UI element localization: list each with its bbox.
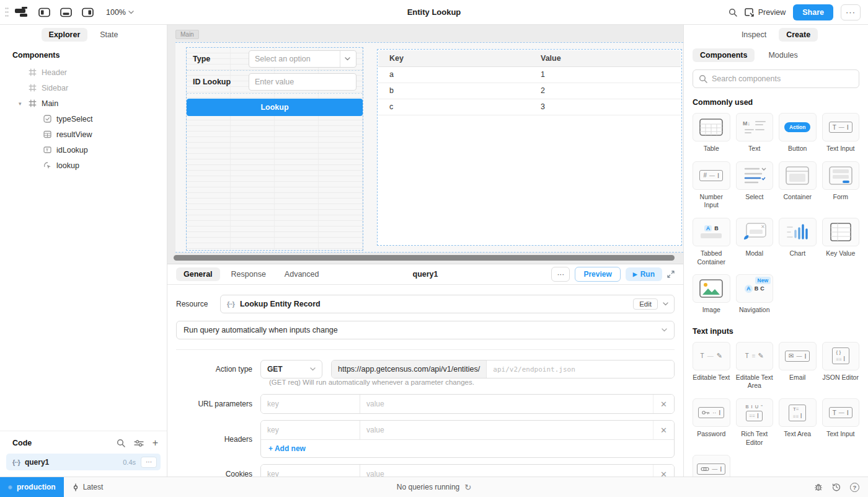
component-card-container[interactable]: Container [779, 161, 817, 210]
table-row[interactable]: c3 [378, 99, 681, 115]
cookies-key-input[interactable] [261, 465, 360, 477]
subtab-modules[interactable]: Modules [761, 48, 805, 62]
tree-item-resultview[interactable]: resultView [0, 127, 167, 142]
debug-icon[interactable] [814, 483, 823, 491]
home-logo-icon[interactable] [14, 5, 30, 20]
zoom-level-dropdown[interactable]: 100% [106, 8, 134, 17]
history-icon[interactable] [832, 483, 841, 491]
refresh-icon[interactable]: ↻ [464, 483, 471, 492]
table-row[interactable]: a1 [378, 66, 681, 83]
component-card-editable-text-area[interactable]: T≡✎Editable Text Area [736, 342, 774, 390]
preview-button[interactable]: Preview [745, 8, 786, 17]
horizontal-scrollbar[interactable] [174, 255, 675, 261]
component-card-number-input[interactable]: #—INumber Input [693, 161, 730, 210]
canvas[interactable]: Main Type Select an option ID Lookup [167, 25, 683, 264]
query-tab-general[interactable]: General [176, 267, 220, 281]
type-select[interactable]: Select an option [249, 50, 356, 68]
component-card-text-input[interactable]: T—IText Input [822, 398, 860, 447]
component-card-text-area[interactable]: T≡≡≡ IText Area [779, 398, 817, 447]
subtab-components[interactable]: Components [693, 48, 755, 62]
more-options-button[interactable]: ··· [841, 4, 861, 20]
tree-item-header[interactable]: Header [0, 65, 167, 80]
code-item-more-button[interactable]: ··· [141, 457, 157, 468]
query-more-button[interactable]: ··· [551, 267, 570, 282]
remove-row-button[interactable]: ✕ [653, 395, 674, 413]
tree-item-sidebar[interactable]: Sidebar [0, 80, 167, 96]
component-card-password[interactable]: ··IPassword [693, 398, 730, 447]
component-card-text[interactable]: M↓Text [736, 113, 774, 153]
tree-item-label: lookup [56, 161, 79, 170]
result-table-column-header[interactable]: Key [378, 50, 529, 66]
code-search-icon[interactable] [117, 437, 125, 449]
toggle-left-panel-button[interactable] [36, 5, 52, 20]
tab-create[interactable]: Create [779, 28, 818, 42]
tree-caret-icon[interactable]: ▾ [19, 101, 22, 107]
tree-item-idlookup[interactable]: idLookup [0, 142, 167, 158]
action-type-select[interactable]: GET [260, 360, 322, 378]
search-icon[interactable] [728, 8, 737, 17]
headers-value-input[interactable] [360, 421, 653, 439]
component-card-editable-text[interactable]: T—✎Editable Text [693, 342, 730, 390]
component-card-modal[interactable]: ✕Modal [736, 218, 774, 266]
tab-state[interactable]: State [92, 28, 125, 42]
component-card-json-editor[interactable]: { }≡≡ IJSON Editor [822, 342, 860, 390]
version-selector[interactable]: Latest [72, 483, 104, 491]
headers-key-input[interactable] [261, 421, 360, 439]
frame-label-chip[interactable]: Main [175, 30, 199, 39]
component-card-navigation[interactable]: ABCNewNavigation [736, 274, 774, 315]
tree-item-typeselect[interactable]: typeSelect [0, 111, 167, 127]
component-search-input[interactable] [712, 74, 853, 83]
cookies-value-input[interactable] [360, 465, 653, 477]
tab-inspect[interactable]: Inspect [734, 28, 774, 42]
component-card-rich-text-editor[interactable]: B I U "≡≡IRich Text Editor [736, 398, 774, 447]
add-new-button[interactable]: + Add new [268, 444, 306, 453]
url-parameters-value-input[interactable] [360, 395, 653, 413]
component-card-button[interactable]: ActionButton [779, 113, 817, 153]
component-card-text-input[interactable]: T—IText Input [822, 113, 860, 153]
resource-edit-button[interactable]: Edit [633, 298, 658, 310]
remove-row-button[interactable]: ✕ [653, 421, 674, 439]
share-button[interactable]: Share [793, 4, 833, 20]
component-card-image[interactable]: Image [693, 274, 730, 315]
tree-item-lookup[interactable]: lookup [0, 158, 167, 173]
tree-item-main[interactable]: ▾Main [0, 96, 167, 111]
code-filter-icon[interactable] [134, 437, 144, 449]
query-tab-advanced[interactable]: Advanced [277, 267, 327, 281]
url-endpoint-input[interactable] [487, 360, 674, 378]
help-icon[interactable]: ? [850, 483, 859, 492]
lookup-button[interactable]: Lookup [187, 99, 363, 116]
component-card-form[interactable]: Form [822, 161, 860, 210]
component-card-chart[interactable]: Chart [779, 218, 817, 266]
run-mode-select[interactable]: Run query automatically when inputs chan… [176, 321, 675, 339]
component-search[interactable] [693, 69, 859, 88]
table-row[interactable]: b2 [378, 83, 681, 99]
component-card-key-value[interactable]: Key Value [822, 218, 860, 266]
url-parameters-key-input[interactable] [261, 395, 360, 413]
select-card-icon [736, 161, 774, 190]
id-lookup-input[interactable]: Enter value [249, 73, 356, 91]
tab-explorer[interactable]: Explorer [42, 28, 88, 42]
resource-select[interactable]: {··} Lookup Entity Record Edit [220, 295, 675, 313]
result-table-container[interactable]: KeyValue a1b2c3 [377, 49, 682, 246]
component-card-table[interactable]: Table [693, 113, 730, 153]
component-card-select[interactable]: Select [736, 161, 774, 210]
remove-row-button[interactable]: ✕ [653, 465, 674, 477]
query-run-button[interactable]: ▶ Run [626, 267, 662, 281]
result-table-column-header[interactable]: Value [529, 50, 681, 66]
form-container[interactable]: Type Select an option ID Lookup Enter va… [186, 47, 363, 251]
main-frame[interactable]: Type Select an option ID Lookup Enter va… [175, 42, 683, 253]
toggle-right-panel-button[interactable] [79, 5, 95, 20]
code-add-icon[interactable]: + [153, 437, 158, 449]
component-card-tabbed-container[interactable]: ABTabbed Container [693, 218, 730, 266]
toggle-bottom-panel-button[interactable] [58, 5, 74, 20]
environment-badge[interactable]: production [0, 477, 64, 497]
component-card-url[interactable]: —IURL [693, 455, 730, 477]
url-field[interactable]: https://app.getcensus.com/api/v1/entitie… [331, 360, 675, 378]
component-card-email[interactable]: ✉—IEmail [779, 342, 817, 390]
expand-editor-icon[interactable] [667, 271, 675, 278]
code-item-query1[interactable]: {··}query10.4s··· [6, 454, 161, 470]
query-tab-response[interactable]: Response [224, 267, 273, 281]
component-card-label: Select [736, 193, 774, 202]
query-preview-button[interactable]: Preview [575, 267, 620, 282]
code-list: {··}query10.4s··· [0, 454, 167, 470]
